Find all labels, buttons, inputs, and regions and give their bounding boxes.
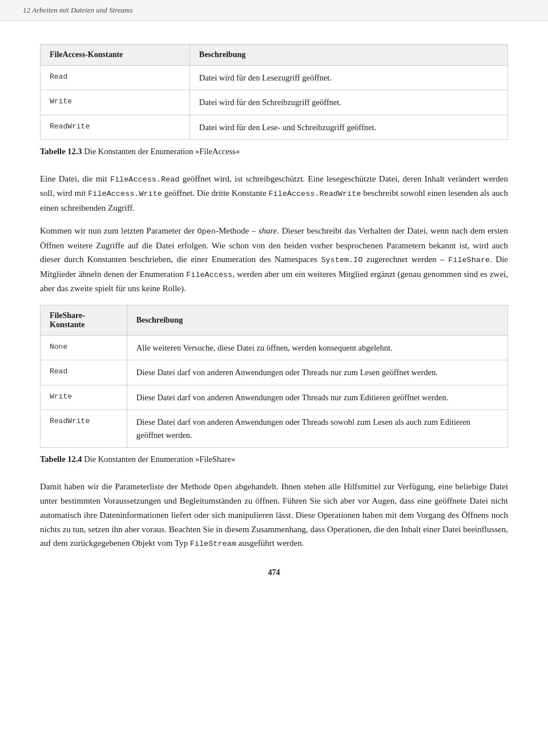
constant-read: Read [41, 66, 190, 90]
share-desc-read: Diese Datei darf von anderen Anwendungen… [127, 360, 507, 385]
col-header-description-2: Beschreibung [127, 305, 507, 335]
table2-caption: Tabelle 12.4 Die Konstanten der Enumerat… [40, 453, 508, 466]
share-constant-none: None [41, 335, 127, 360]
share-desc-write: Diese Datei darf von anderen Anwendungen… [127, 385, 507, 409]
body-paragraph-2: Kommen wir nun zum letzten Parameter der… [40, 224, 508, 295]
share-constant-read: Read [41, 360, 127, 385]
table-row: Write Datei wird für den Schreibzugriff … [41, 90, 508, 115]
page-content: FileAccess-Konstante Beschreibung Read D… [0, 21, 548, 612]
share-desc-readwrite: Diese Datei darf von anderen Anwendungen… [127, 410, 507, 448]
share-constant-write: Write [41, 385, 127, 409]
page-number: 474 [40, 568, 508, 577]
table-row: ReadWrite Datei wird für den Lese- und S… [41, 115, 508, 139]
col-header-description-1: Beschreibung [190, 45, 507, 66]
col-header-constant-2: FileShare-Konstante [41, 305, 127, 335]
desc-read: Datei wird für den Lesezugriff geöffnet. [190, 66, 507, 90]
page-header-text: 12 Arbeiten mit Dateien und Streams [23, 6, 132, 15]
desc-readwrite: Datei wird für den Lese- und Schreibzugr… [190, 115, 507, 139]
desc-write: Datei wird für den Schreibzugriff geöffn… [190, 90, 507, 115]
share-desc-none: Alle weiteren Versuche, diese Datei zu ö… [127, 335, 507, 360]
constant-readwrite: ReadWrite [41, 115, 190, 139]
body-paragraph-1: Eine Datei, die mit FileAccess.Read geöf… [40, 172, 508, 215]
body-paragraph-3: Damit haben wir die Parameterliste der M… [40, 480, 508, 551]
table-row: Read Diese Datei darf von anderen Anwend… [41, 360, 508, 385]
constant-write: Write [41, 90, 190, 115]
share-constant-readwrite: ReadWrite [41, 410, 127, 448]
page-header: 12 Arbeiten mit Dateien und Streams [0, 0, 548, 21]
col-header-constant-1: FileAccess-Konstante [41, 45, 190, 66]
table-row: ReadWrite Diese Datei darf von anderen A… [41, 410, 508, 448]
fileaccess-table: FileAccess-Konstante Beschreibung Read D… [40, 44, 508, 140]
table-row: Write Diese Datei darf von anderen Anwen… [41, 385, 508, 409]
table-row: Read Datei wird für den Lesezugriff geöf… [41, 66, 508, 90]
table-row: None Alle weiteren Versuche, diese Datei… [41, 335, 508, 360]
fileshare-table-section: FileShare-Konstante Beschreibung None Al… [40, 305, 508, 466]
fileaccess-table-section: FileAccess-Konstante Beschreibung Read D… [40, 44, 508, 158]
fileshare-table: FileShare-Konstante Beschreibung None Al… [40, 305, 508, 448]
table1-caption: Tabelle 12.3 Die Konstanten der Enumerat… [40, 146, 508, 158]
